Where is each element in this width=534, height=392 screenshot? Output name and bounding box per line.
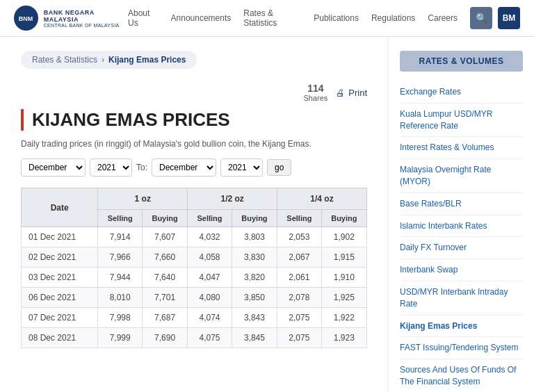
page-title-area: KIJANG EMAS PRICES [21, 109, 367, 131]
cell-half-sell: 4,074 [188, 308, 232, 328]
col-quarter-oz-selling: Selling [277, 210, 322, 227]
table-row: 02 Dec 2021 7,966 7,660 4,058 3,830 2,06… [22, 247, 367, 268]
cell-date: 08 Dec 2021 [22, 328, 98, 348]
search-button[interactable]: 🔍 [470, 7, 492, 29]
sidebar-link[interactable]: Kijang Emas Prices [400, 316, 523, 338]
sidebar: RATES & VOLUMES Exchange RatesKuala Lump… [388, 37, 534, 392]
cell-1oz-sell: 7,966 [98, 247, 143, 268]
cell-date: 06 Dec 2021 [22, 288, 98, 308]
sidebar-link[interactable]: Sources And Uses Of Funds Of The Financi… [400, 359, 523, 392]
breadcrumb-current: Kijang Emas Prices [108, 55, 186, 65]
cell-1oz-sell: 7,999 [98, 328, 143, 348]
sidebar-link[interactable]: FAST Issuing/Tendering System [400, 337, 523, 359]
print-label: Print [348, 88, 367, 98]
page-description: Daily trading prices (in ringgit) of Mal… [21, 139, 367, 149]
sidebar-link[interactable]: USD/MYR Interbank Intraday Rate [400, 281, 523, 316]
nav-announcements[interactable]: Announcements [171, 13, 232, 23]
cell-1oz-buy: 7,687 [142, 308, 187, 328]
cell-half-sell: 4,032 [188, 227, 232, 247]
main-nav: About Us Announcements Rates & Statistic… [128, 8, 458, 28]
cell-1oz-sell: 7,944 [98, 268, 143, 288]
sidebar-link[interactable]: Malaysia Overnight Rate (MYOR) [400, 159, 523, 193]
cell-half-buy: 3,803 [232, 227, 277, 247]
svg-text:BNM: BNM [19, 15, 33, 22]
cell-quarter-sell: 2,075 [277, 308, 322, 328]
main-container: Rates & Statistics › Kijang Emas Prices … [0, 37, 534, 392]
cell-1oz-buy: 7,640 [142, 268, 187, 288]
breadcrumb-arrow: › [102, 55, 104, 65]
language-button[interactable]: BM [498, 7, 520, 29]
cell-date: 07 Dec 2021 [22, 308, 98, 328]
col-quarter-oz: 1/4 oz [277, 188, 367, 210]
logo-text: BANK NEGARA MALAYSIA CENTRAL BANK OF MAL… [44, 9, 128, 28]
cell-quarter-buy: 1,910 [321, 268, 366, 288]
prices-table: Date 1 oz 1/2 oz 1/4 oz Selling Buying S… [21, 188, 367, 348]
table-row: 08 Dec 2021 7,999 7,690 4,075 3,845 2,07… [22, 328, 367, 348]
shares-label: Shares [303, 94, 327, 102]
table-row: 06 Dec 2021 8,010 7,701 4,080 3,850 2,07… [22, 288, 367, 308]
cell-quarter-buy: 1,923 [321, 328, 366, 348]
sidebar-heading: RATES & VOLUMES [400, 51, 523, 72]
cell-quarter-sell: 2,067 [277, 247, 322, 268]
sidebar-link[interactable]: Interbank Swap [400, 259, 523, 281]
cell-1oz-buy: 7,690 [142, 328, 187, 348]
print-button[interactable]: 🖨 Print [336, 88, 367, 98]
cell-quarter-buy: 1,925 [321, 288, 366, 308]
cell-half-buy: 3,843 [232, 308, 277, 328]
nav-careers[interactable]: Careers [428, 13, 458, 23]
nav-publications[interactable]: Publications [314, 13, 359, 23]
sidebar-link[interactable]: Islamic Interbank Rates [400, 215, 523, 238]
from-month-select[interactable]: December JanuaryFebruaryMarch AprilMayJu… [21, 158, 86, 177]
sidebar-link[interactable]: Exchange Rates [400, 81, 523, 104]
cell-half-buy: 3,820 [232, 268, 277, 288]
col-1oz-selling: Selling [98, 210, 143, 227]
sidebar-link[interactable]: Kuala Lumpur USD/MYR Reference Rate [400, 104, 523, 138]
cell-half-buy: 3,845 [232, 328, 277, 348]
logo-area: BNM BANK NEGARA MALAYSIA CENTRAL BANK OF… [14, 6, 128, 31]
bank-logo-icon: BNM [14, 6, 38, 31]
to-month-select[interactable]: December JanuaryFebruaryMarch AprilMayJu… [152, 158, 216, 177]
print-icon: 🖨 [336, 88, 345, 98]
content-area: Rates & Statistics › Kijang Emas Prices … [0, 37, 388, 392]
cell-quarter-sell: 2,075 [277, 328, 322, 348]
cell-quarter-sell: 2,061 [277, 268, 322, 288]
nav-about[interactable]: About Us [128, 8, 159, 28]
col-half-oz: 1/2 oz [188, 188, 277, 210]
cell-date: 02 Dec 2021 [22, 247, 98, 268]
from-year-select[interactable]: 2021202020192022 [90, 158, 132, 177]
shares-count: 114 Shares [303, 83, 327, 102]
to-label: To: [136, 163, 147, 172]
cell-1oz-sell: 7,914 [98, 227, 143, 247]
cell-half-sell: 4,058 [188, 247, 232, 268]
to-year-select[interactable]: 2021202020192022 [220, 158, 263, 177]
cell-date: 03 Dec 2021 [22, 268, 98, 288]
breadcrumb: Rates & Statistics › Kijang Emas Prices [21, 51, 197, 69]
col-1oz: 1 oz [98, 188, 188, 210]
bank-sub: CENTRAL BANK OF MALAYSIA [44, 23, 128, 28]
bank-name: BANK NEGARA MALAYSIA [44, 9, 128, 23]
cell-1oz-sell: 7,998 [98, 308, 143, 328]
breadcrumb-parent[interactable]: Rates & Statistics [32, 55, 97, 65]
nav-rates[interactable]: Rates & Statistics [243, 8, 301, 28]
cell-quarter-sell: 2,078 [277, 288, 322, 308]
nav-regulations[interactable]: Regulations [371, 13, 415, 23]
cell-quarter-sell: 2,053 [277, 227, 322, 247]
header: BNM BANK NEGARA MALAYSIA CENTRAL BANK OF… [0, 0, 534, 37]
table-row: 03 Dec 2021 7,944 7,640 4,047 3,820 2,06… [22, 268, 367, 288]
cell-half-sell: 4,080 [188, 288, 232, 308]
page-title: KIJANG EMAS PRICES [32, 109, 367, 131]
cell-half-sell: 4,075 [188, 328, 232, 348]
sidebar-link[interactable]: Interest Rates & Volumes [400, 137, 523, 159]
sidebar-link[interactable]: Daily FX Turnover [400, 237, 523, 259]
col-1oz-buying: Buying [142, 210, 187, 227]
cell-quarter-buy: 1,922 [321, 308, 366, 328]
action-bar: 114 Shares 🖨 Print [21, 83, 367, 102]
sidebar-links: Exchange RatesKuala Lumpur USD/MYR Refer… [400, 81, 523, 392]
cell-half-buy: 3,850 [232, 288, 277, 308]
sidebar-link[interactable]: Base Rates/BLR [400, 193, 523, 215]
table-row: 07 Dec 2021 7,998 7,687 4,074 3,843 2,07… [22, 308, 367, 328]
go-button[interactable]: go [267, 159, 291, 176]
col-quarter-oz-buying: Buying [321, 210, 366, 227]
col-half-oz-buying: Buying [232, 210, 277, 227]
cell-date: 01 Dec 2021 [22, 227, 98, 247]
